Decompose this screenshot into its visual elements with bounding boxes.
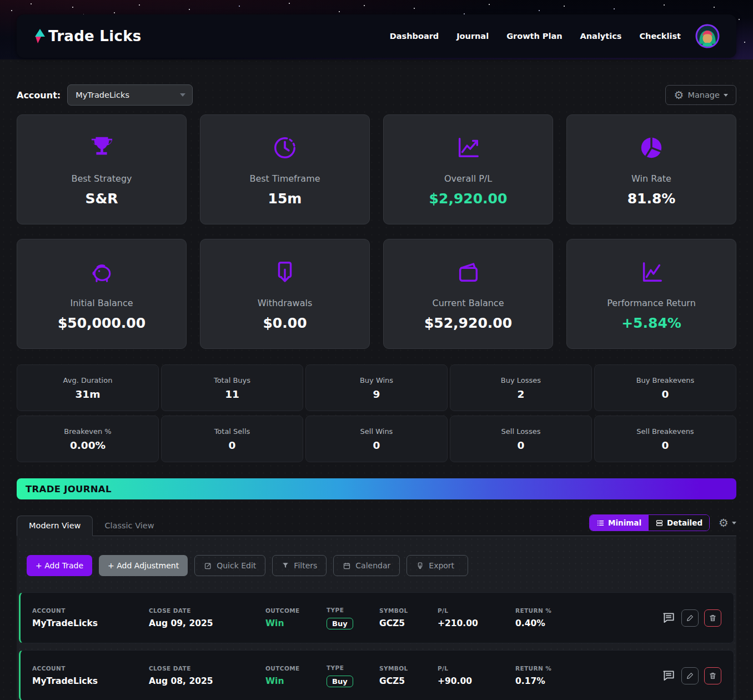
list-icon xyxy=(596,519,605,527)
card-value: $2,920.00 xyxy=(429,191,508,207)
type-badge: Buy xyxy=(327,676,353,687)
edit-button[interactable] xyxy=(681,609,699,627)
cell-symbol: SYMBOL GCZ5 xyxy=(379,665,438,686)
account-select-value: MyTradeLicks xyxy=(76,91,129,99)
card-initial-balance: Initial Balance $50,000.00 xyxy=(17,239,187,349)
cell-outcome: OUTCOME Win xyxy=(265,665,327,686)
cell-return: RETURN % 0.17% xyxy=(515,665,661,686)
card-value: $52,920.00 xyxy=(424,315,512,331)
chevron-down-icon xyxy=(180,93,185,97)
calendar-label: Calendar xyxy=(355,561,390,570)
mini-label: Buy Wins xyxy=(360,376,393,384)
notes-button[interactable] xyxy=(661,668,676,683)
add-trade-button[interactable]: + Add Trade xyxy=(27,555,92,576)
column-label: TYPE xyxy=(327,607,379,613)
detailed-view-button[interactable]: Detailed xyxy=(648,515,709,531)
mini-stat-sell-losses: Sell Losses0 xyxy=(450,416,592,462)
card-best-timeframe: Best Timeframe 15m xyxy=(200,114,370,224)
comment-icon xyxy=(661,668,676,683)
mini-label: Sell Losses xyxy=(501,427,541,436)
mini-stats-grid: Avg. Duration31m Total Buys11 Buy Wins9 … xyxy=(17,364,736,462)
minimal-label: Minimal xyxy=(608,518,641,527)
mini-label: Sell Breakevens xyxy=(636,427,694,436)
nav-item-journal[interactable]: Journal xyxy=(456,32,489,41)
cell-outcome: OUTCOME Win xyxy=(265,607,327,628)
column-label: CLOSE DATE xyxy=(149,665,265,672)
manage-button[interactable]: ⚙ Manage xyxy=(665,85,736,105)
mini-stat-total-buys: Total Buys11 xyxy=(161,364,303,411)
user-avatar[interactable] xyxy=(695,24,720,48)
nav-item-analytics[interactable]: Analytics xyxy=(580,32,622,41)
manage-button-label: Manage xyxy=(687,91,720,99)
add-adjustment-button[interactable]: + Add Adjustment xyxy=(99,555,188,576)
cell-type: TYPE Buy xyxy=(327,664,379,687)
cell-account: ACCOUNT MyTradeLicks xyxy=(32,665,149,686)
calendar-button[interactable]: Calendar xyxy=(333,555,400,576)
trade-row: ACCOUNT MyTradeLicks CLOSE DATE Aug 08, … xyxy=(19,650,734,700)
column-label: P/L xyxy=(438,665,515,672)
chart-up-icon xyxy=(455,132,481,163)
journal-tabs-row: Modern View Classic View Minimal Detaile… xyxy=(17,514,736,536)
mini-label: Breakeven % xyxy=(64,427,111,436)
mini-label: Total Sells xyxy=(214,427,250,436)
account-value: MyTradeLicks xyxy=(32,676,149,686)
card-label: Win Rate xyxy=(631,173,671,184)
stat-cards-grid: Best Strategy S&R Best Timeframe 15m Ove… xyxy=(17,114,736,349)
wallet-icon xyxy=(455,257,481,288)
mini-label: Buy Breakevens xyxy=(636,376,695,384)
column-label: RETURN % xyxy=(515,607,661,614)
type-badge: Buy xyxy=(327,618,353,629)
quick-edit-label: Quick Edit xyxy=(217,561,256,570)
delete-button[interactable] xyxy=(704,667,721,684)
notes-button[interactable] xyxy=(661,611,676,625)
column-label: ACCOUNT xyxy=(32,665,149,672)
nav-item-checklist[interactable]: Checklist xyxy=(639,32,681,41)
mini-label: Sell Wins xyxy=(360,427,393,436)
card-value: 81.8% xyxy=(628,191,676,207)
cell-pl: P/L +210.00 xyxy=(438,607,515,628)
export-label: Export xyxy=(429,561,454,570)
nav-links: Dashboard Journal Growth Plan Analytics … xyxy=(390,32,681,41)
brand-logo[interactable]: Trade Licks xyxy=(33,28,142,44)
quick-edit-button[interactable]: Quick Edit xyxy=(194,555,265,576)
pencil-icon xyxy=(686,671,695,680)
column-label: SYMBOL xyxy=(379,607,438,614)
nav-item-dashboard[interactable]: Dashboard xyxy=(390,32,439,41)
clock-icon xyxy=(272,132,298,163)
card-label: Best Strategy xyxy=(71,173,132,184)
export-icon xyxy=(416,562,424,570)
card-value: 15m xyxy=(268,191,302,207)
tab-classic-view[interactable]: Classic View xyxy=(93,516,165,536)
cell-type: TYPE Buy xyxy=(327,607,379,629)
mini-value: 0 xyxy=(373,439,380,451)
trophy-icon xyxy=(89,132,114,163)
performance-icon xyxy=(639,257,664,288)
mini-value: 11 xyxy=(225,388,239,400)
mini-stat-buy-breakevens: Buy Breakevens0 xyxy=(594,364,736,411)
card-best-strategy: Best Strategy S&R xyxy=(17,114,187,224)
brand-name: Trade Licks xyxy=(48,28,142,44)
calendar-icon xyxy=(343,562,351,570)
mini-value: 0 xyxy=(662,388,669,400)
journal-settings-button[interactable]: ⚙ xyxy=(719,517,736,528)
edit-button[interactable] xyxy=(681,667,699,684)
delete-button[interactable] xyxy=(704,609,721,627)
mini-value: 31m xyxy=(75,388,100,400)
filters-button[interactable]: Filters xyxy=(272,555,327,576)
card-overall-pl: Overall P/L $2,920.00 xyxy=(383,114,553,224)
minimal-view-button[interactable]: Minimal xyxy=(590,515,648,531)
rows-icon xyxy=(655,519,664,527)
tab-modern-view[interactable]: Modern View xyxy=(17,516,93,536)
outcome-value: Win xyxy=(265,618,327,628)
nav-item-growth-plan[interactable]: Growth Plan xyxy=(506,32,562,41)
account-select[interactable]: MyTradeLicks xyxy=(67,84,193,106)
cell-symbol: SYMBOL GCZ5 xyxy=(379,607,438,628)
column-label: P/L xyxy=(438,607,515,614)
card-label: Overall P/L xyxy=(444,173,492,184)
account-value: MyTradeLicks xyxy=(32,618,149,628)
journal-view-controls: Minimal Detailed ⚙ xyxy=(589,514,736,536)
return-value: 0.17% xyxy=(515,676,661,686)
pencil-square-icon xyxy=(204,562,212,570)
mini-stat-avg-duration: Avg. Duration31m xyxy=(17,364,159,411)
export-button[interactable]: Export xyxy=(406,555,468,576)
